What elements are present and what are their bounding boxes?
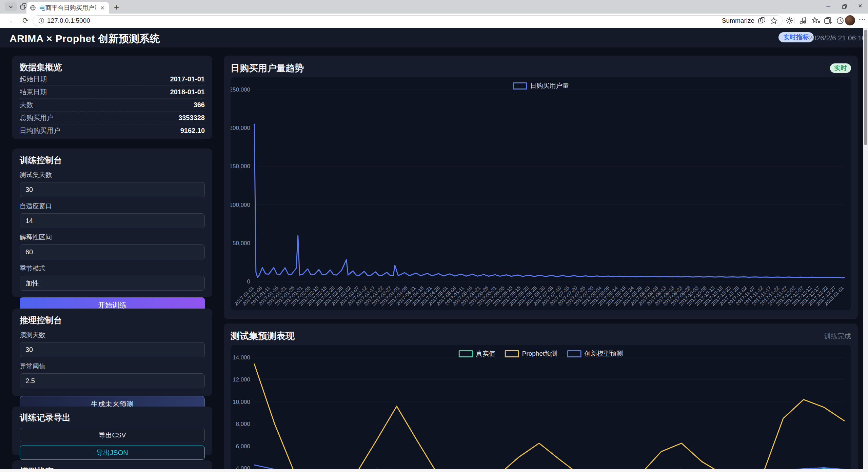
- svg-text:50,000: 50,000: [233, 240, 250, 247]
- favorite-star-icon[interactable]: [770, 17, 777, 24]
- stat-row: 日均购买用户9162.10: [20, 124, 205, 137]
- scrollbar-thumb[interactable]: [864, 30, 867, 145]
- dataset-overview-card: 数据集概览 起始日期2017-01-01结束日期2018-01-01天数366总…: [12, 56, 212, 139]
- adaptive-window-input[interactable]: [20, 213, 205, 228]
- svg-text:150,000: 150,000: [231, 163, 250, 170]
- legend-swatch-icon: [505, 350, 519, 357]
- training-console-card: 训练控制台 测试集天数 自适应窗口 解释性区间 季节模式 开始训练: [12, 149, 212, 297]
- url-field[interactable]: 127.0.0.1:5000 Summarize: [33, 15, 783, 26]
- site-info-icon[interactable]: [38, 18, 44, 24]
- more-menu-icon[interactable]: ⋯: [859, 15, 866, 24]
- trend-chart-svg: 050,000100,000150,000200,000250,0002017-…: [231, 77, 851, 310]
- stat-row: 天数366: [20, 99, 205, 112]
- toolbar-divider: [794, 18, 794, 24]
- media-icon[interactable]: [799, 17, 807, 25]
- section-title: 训练控制台: [20, 155, 205, 166]
- realtime-badge: 实时: [830, 63, 851, 73]
- chevron-down-icon: [8, 5, 13, 8]
- test-chart-card: 测试集预测表现 训练完成 4,0006,0008,00010,00012,000…: [224, 323, 858, 472]
- section-title: 推理控制台: [20, 315, 205, 326]
- trend-chart-legend: 日购买用户量: [513, 81, 569, 90]
- window-restore-button[interactable]: [837, 3, 851, 11]
- vertical-scrollbar[interactable]: [863, 28, 868, 472]
- stat-label: 结束日期: [20, 87, 47, 97]
- export-card: 训练记录导出 导出CSV 导出JSON: [12, 407, 212, 455]
- svg-text:200,000: 200,000: [231, 125, 250, 131]
- browser-essentials-icon[interactable]: [785, 17, 793, 25]
- browser-address-bar: ← ⟳ 127.0.0.1:5000 Summarize: [0, 14, 868, 28]
- stat-label: 总购买用户: [20, 113, 54, 122]
- field-label: 自适应窗口: [20, 202, 205, 211]
- legend-swatch-icon: [459, 350, 473, 357]
- browser-tab[interactable]: 电商平台日购买用户量预测 ×: [26, 2, 109, 14]
- test-chart-svg: 4,0006,0008,00010,00012,00014,000: [231, 345, 851, 472]
- test-chart-legend: 真实值Prophet预测创新模型预测: [459, 349, 623, 358]
- globe-icon: [30, 5, 36, 11]
- export-csv-button[interactable]: 导出CSV: [20, 428, 205, 442]
- svg-text:100,000: 100,000: [231, 202, 250, 208]
- export-json-button[interactable]: 导出JSON: [20, 446, 205, 460]
- trend-chart-card: 日购买用户量趋势 实时 050,000100,000150,000200,000…: [224, 56, 858, 319]
- field-label: 预测天数: [20, 331, 205, 339]
- svg-text:10,000: 10,000: [233, 399, 250, 405]
- copilot-icon[interactable]: [758, 17, 766, 24]
- tab-title: 电商平台日购买用户量预测: [39, 4, 96, 12]
- tab-close-icon[interactable]: ×: [99, 4, 106, 11]
- browser-tab-strip: 电商平台日购买用户量预测 × + – ×: [0, 0, 868, 14]
- anomaly-threshold-input[interactable]: [20, 373, 205, 388]
- favorites-icon[interactable]: [812, 17, 821, 25]
- field-label: 季节模式: [20, 264, 205, 273]
- header-datetime: 2026/2/6 21:06:10: [808, 34, 866, 42]
- collections-icon[interactable]: [824, 17, 833, 25]
- test-days-input[interactable]: [20, 182, 205, 197]
- url-text: 127.0.0.1:5000: [47, 17, 722, 24]
- field-label: 异常阈值: [20, 362, 205, 371]
- legend-item[interactable]: 日购买用户量: [513, 81, 569, 90]
- inference-console-card: 推理控制台 预测天数 异常阈值 生成未来预测: [12, 309, 212, 396]
- reload-icon[interactable]: ⟳: [22, 16, 28, 25]
- stat-value: 2018-01-01: [170, 88, 205, 96]
- profile-avatar[interactable]: [845, 15, 855, 25]
- legend-swatch-icon: [567, 350, 581, 357]
- page-title: ARIMA × Prophet 创新预测系统: [9, 32, 160, 46]
- section-title: 训练记录导出: [20, 412, 205, 423]
- svg-text:14,000: 14,000: [233, 354, 250, 361]
- stat-row: 起始日期2017-01-01: [20, 73, 205, 86]
- workspaces-icon[interactable]: [20, 3, 27, 12]
- window-close-button[interactable]: ×: [853, 2, 867, 10]
- stat-value: 2017-01-01: [170, 75, 205, 83]
- bottom-scrollbar-track[interactable]: [0, 469, 868, 472]
- svg-text:12,000: 12,000: [233, 376, 250, 383]
- app-page: ARIMA × Prophet 创新预测系统 实时指标 2026/2/6 21:…: [0, 28, 868, 472]
- new-tab-button[interactable]: +: [114, 2, 119, 13]
- history-icon[interactable]: [836, 17, 844, 25]
- legend-label: Prophet预测: [522, 349, 558, 358]
- trend-chart-panel: 050,000100,000150,000200,000250,0002017-…: [231, 77, 851, 310]
- stat-label: 天数: [20, 100, 33, 110]
- training-complete-status: 训练完成: [824, 332, 851, 341]
- chart-title: 日购买用户量趋势: [231, 62, 304, 74]
- stat-row: 结束日期2018-01-01: [20, 86, 205, 99]
- svg-text:0: 0: [247, 278, 250, 285]
- summarize-button[interactable]: Summarize: [722, 17, 754, 24]
- app-header: ARIMA × Prophet 创新预测系统 实时指标 2026/2/6 21:…: [0, 28, 868, 47]
- legend-label: 创新模型预测: [584, 349, 623, 358]
- field-label: 解释性区间: [20, 233, 205, 242]
- forecast-days-input[interactable]: [20, 342, 205, 357]
- stat-row: 总购买用户3353328: [20, 112, 205, 124]
- legend-item[interactable]: 真实值: [459, 349, 495, 358]
- chart-title: 测试集预测表现: [231, 330, 295, 342]
- stat-label: 起始日期: [20, 75, 47, 84]
- back-icon[interactable]: ←: [9, 16, 16, 25]
- tab-search-button[interactable]: [5, 2, 17, 11]
- test-chart-panel: 4,0006,0008,00010,00012,00014,000 真实值Pro…: [231, 345, 851, 472]
- stat-value: 9162.10: [180, 127, 205, 135]
- legend-item[interactable]: Prophet预测: [505, 349, 558, 358]
- season-mode-input[interactable]: [20, 276, 205, 291]
- svg-text:250,000: 250,000: [231, 86, 250, 93]
- stat-value: 3353328: [178, 114, 205, 122]
- interval-input[interactable]: [20, 244, 205, 259]
- section-title: 数据集概览: [20, 62, 205, 73]
- window-minimize-button[interactable]: –: [822, 2, 835, 10]
- legend-item[interactable]: 创新模型预测: [567, 349, 623, 358]
